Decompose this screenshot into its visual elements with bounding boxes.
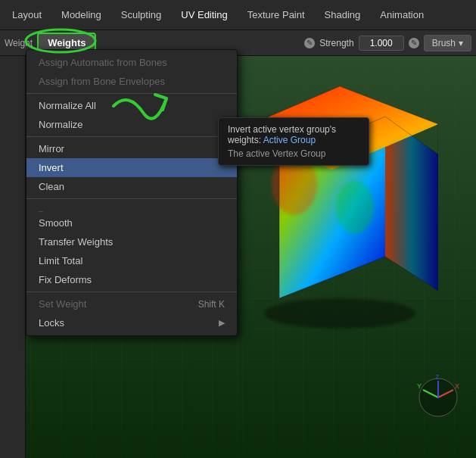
menu-item-assign-envelope[interactable]: Assign from Bone Envelopes xyxy=(26,72,237,91)
top-menubar: Layout Modeling Sculpting UV Editing Tex… xyxy=(0,0,476,30)
menu-separator-line: _ xyxy=(26,201,237,213)
menu-item-clean[interactable]: Clean xyxy=(26,177,237,196)
tab-texture-paint[interactable]: Texture Paint xyxy=(238,5,314,25)
tab-modeling[interactable]: Modeling xyxy=(52,5,110,25)
tooltip-highlight: Active Group xyxy=(263,135,316,145)
brush-button[interactable]: Brush ▾ xyxy=(424,35,471,51)
menu-item-assign-auto[interactable]: Assign Automatic from Bones xyxy=(26,53,237,72)
tab-shading[interactable]: Shading xyxy=(316,5,370,25)
left-sidebar xyxy=(0,56,26,458)
navigation-gizmo[interactable]: X Y Z xyxy=(415,375,461,420)
tab-sculpting[interactable]: Sculpting xyxy=(112,5,170,25)
menu-item-transfer-weights[interactable]: Transfer Weights xyxy=(26,232,237,251)
menu-item-normalize-all[interactable]: Normalize All xyxy=(26,96,237,115)
separator-1 xyxy=(26,93,237,94)
svg-point-8 xyxy=(336,181,374,234)
strength-label: Strength xyxy=(319,38,353,48)
menu-item-limit-total[interactable]: Limit Total xyxy=(26,251,237,270)
menu-item-locks[interactable]: Locks ▶ xyxy=(26,313,237,332)
tooltip-title: Invert active vertex group's weights: Ac… xyxy=(228,124,359,145)
menu-item-invert[interactable]: Invert xyxy=(26,158,237,177)
tooltip: Invert active vertex group's weights: Ac… xyxy=(218,117,369,166)
edit-icon[interactable]: ✎ xyxy=(304,38,315,48)
tab-uv-editing[interactable]: UV Editing xyxy=(172,5,236,25)
menu-item-set-weight[interactable]: Set Weight Shift K xyxy=(26,294,237,313)
separator-4 xyxy=(26,291,237,292)
tooltip-body: The active Vertex Group xyxy=(228,148,359,159)
tab-layout[interactable]: Layout xyxy=(3,5,51,25)
x-axis-label: X xyxy=(455,382,459,390)
svg-point-3 xyxy=(264,298,415,329)
arrow-icon: ▶ xyxy=(219,318,225,328)
mode-label: Weight xyxy=(5,38,33,48)
brush-label: Brush xyxy=(432,38,456,48)
menu-item-normalize[interactable]: Normalize xyxy=(26,115,237,134)
separator-2 xyxy=(26,136,237,137)
weight-paint-cube xyxy=(219,71,438,336)
menu-item-fix-deforms[interactable]: Fix Deforms xyxy=(26,270,237,289)
z-axis-label: Z xyxy=(435,375,440,381)
chevron-down-icon: ▾ xyxy=(459,38,463,48)
menu-item-mirror[interactable]: Mirror xyxy=(26,139,237,158)
edit-icon-2[interactable]: ✎ xyxy=(409,38,419,48)
strength-value[interactable]: 1.000 xyxy=(359,36,404,51)
y-axis-label: Y xyxy=(417,382,422,390)
tab-animation[interactable]: Animation xyxy=(371,5,433,25)
separator-3 xyxy=(26,198,237,199)
menu-item-smooth[interactable]: Smooth xyxy=(26,213,237,232)
context-menu: Assign Automatic from Bones Assign from … xyxy=(26,49,238,336)
